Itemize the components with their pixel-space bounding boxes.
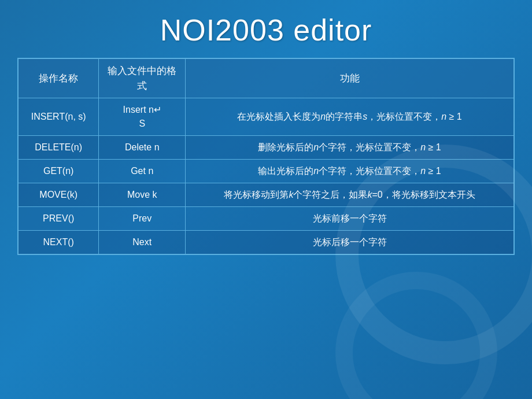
cell-op-name: GET(n) xyxy=(18,160,99,183)
cell-func: 在光标处插入长度为n的字符串s，光标位置不变，n ≥ 1 xyxy=(186,98,514,136)
cell-op-name: MOVE(k) xyxy=(18,183,99,207)
cell-op-name: PREV() xyxy=(18,207,99,231)
header-func: 功能 xyxy=(186,58,514,98)
table-row: MOVE(k)Move k将光标移动到第k个字符之后，如果k=0，将光标移到文本… xyxy=(18,183,514,207)
cell-format: Insert n↵S xyxy=(99,98,186,136)
cell-format: Get n xyxy=(99,160,186,183)
table-row: PREV()Prev光标前移一个字符 xyxy=(18,207,514,231)
table-row: DELETE(n)Delete n删除光标后的n个字符，光标位置不变，n ≥ 1 xyxy=(18,136,514,160)
cell-op-name: DELETE(n) xyxy=(18,136,99,160)
header-name: 操作名称 xyxy=(18,58,99,98)
table-header-row: 操作名称 输入文件中的格式 功能 xyxy=(18,58,514,98)
cell-format: Next xyxy=(99,231,186,255)
cell-func: 删除光标后的n个字符，光标位置不变，n ≥ 1 xyxy=(186,136,514,160)
cell-format: Move k xyxy=(99,183,186,207)
cell-op-name: INSERT(n, s) xyxy=(18,98,99,136)
cell-func: 输出光标后的n个字符，光标位置不变，n ≥ 1 xyxy=(186,160,514,183)
main-table-wrapper: 操作名称 输入文件中的格式 功能 INSERT(n, s)Insert n↵S在… xyxy=(17,58,515,255)
page-title: NOI2003 editor xyxy=(160,13,372,47)
cell-format: Delete n xyxy=(99,136,186,160)
cell-op-name: NEXT() xyxy=(18,231,99,255)
header-format: 输入文件中的格式 xyxy=(99,58,186,98)
operations-table: 操作名称 输入文件中的格式 功能 INSERT(n, s)Insert n↵S在… xyxy=(17,58,515,255)
table-row: GET(n)Get n输出光标后的n个字符，光标位置不变，n ≥ 1 xyxy=(18,160,514,183)
table-row: INSERT(n, s)Insert n↵S在光标处插入长度为n的字符串s，光标… xyxy=(18,98,514,136)
table-row: NEXT()Next光标后移一个字符 xyxy=(18,231,514,255)
cell-func: 将光标移动到第k个字符之后，如果k=0，将光标移到文本开头 xyxy=(186,183,514,207)
cell-func: 光标前移一个字符 xyxy=(186,207,514,231)
cell-format: Prev xyxy=(99,207,186,231)
cell-func: 光标后移一个字符 xyxy=(186,231,514,255)
